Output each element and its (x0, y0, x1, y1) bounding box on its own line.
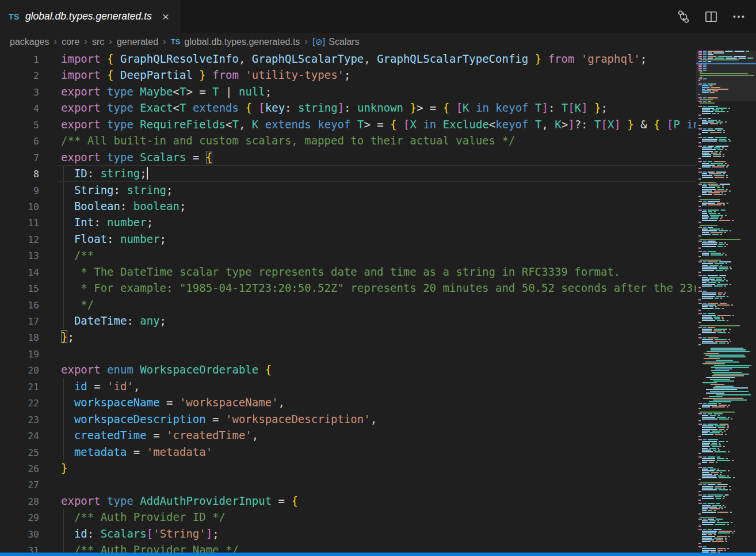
code-line[interactable]: 5export type RequireFields<T, K extends … (0, 116, 696, 132)
line-number: 16 (0, 298, 39, 314)
line-number: 1 (0, 52, 39, 68)
code-line[interactable]: 17 DateTime: any; (0, 313, 696, 329)
line-number: 11 (0, 215, 39, 231)
line-number: 27 (0, 477, 39, 493)
editor-actions (675, 0, 756, 33)
code-area[interactable]: 1import { GraphQLResolveInfo, GraphQLSca… (0, 51, 696, 553)
line-number: 24 (0, 428, 39, 444)
code-line[interactable]: 18}; (0, 329, 696, 345)
line-number: 26 (0, 461, 39, 477)
breadcrumb-separator: › (84, 36, 87, 47)
code-line[interactable]: 4export type Exact<T extends { [key: str… (0, 100, 696, 116)
breadcrumb-item[interactable]: core (62, 37, 79, 47)
vscode-window: TS global.db.types.generated.ts × (0, 0, 756, 556)
editor-tab[interactable]: TS global.db.types.generated.ts × (0, 0, 181, 33)
line-number: 9 (0, 183, 39, 199)
code-line[interactable]: 27 (0, 476, 696, 492)
symbol-type-icon: [⊘] (312, 37, 324, 47)
breadcrumb: packages›core›src›generated›TSglobal.db.… (0, 33, 756, 51)
code-line[interactable]: 25 metadata = 'metadata' (0, 444, 696, 460)
code-line[interactable]: 28export type AddAuthProviderInput = { (0, 493, 696, 509)
code-line[interactable]: 12 Float: number; (0, 231, 696, 247)
line-number: 2 (0, 68, 39, 84)
split-editor-icon[interactable] (703, 9, 719, 25)
line-number: 10 (0, 199, 39, 215)
code-line[interactable]: 21 id = 'id', (0, 378, 696, 394)
code-line[interactable]: 13 /** (0, 247, 696, 263)
line-number: 25 (0, 445, 39, 461)
breadcrumb-item[interactable]: packages (10, 37, 49, 47)
line-number: 31 (0, 543, 39, 553)
line-number: 6 (0, 134, 39, 150)
code-line[interactable]: 30 id: Scalars['String']; (0, 525, 696, 542)
breadcrumb-separator: › (163, 36, 166, 47)
code-line[interactable]: 23 workspaceDescription = 'workspaceDesc… (0, 411, 696, 427)
breadcrumb-item[interactable]: src (92, 37, 104, 47)
line-number: 23 (0, 412, 39, 428)
line-number: 7 (0, 150, 39, 166)
typescript-file-icon: TS (171, 37, 181, 46)
tab-title: global.db.types.generated.ts (25, 10, 152, 22)
code-line[interactable]: 15 * For example: "1985-04-12T23:20:50.5… (0, 280, 696, 296)
line-number: 15 (0, 281, 39, 297)
more-actions-icon[interactable] (731, 9, 747, 25)
code-line[interactable]: 14 * The DateTime scalar type represents… (0, 264, 696, 280)
line-number: 29 (0, 510, 39, 526)
code-line[interactable]: 31 /** Auth Provider Name */ (0, 542, 696, 553)
line-number: 21 (0, 379, 39, 395)
code-line[interactable]: 29 /** Auth Provider ID */ (0, 509, 696, 525)
code-line[interactable]: 22 workspaceName = 'workspaceName', (0, 394, 696, 410)
text-cursor (147, 167, 148, 180)
code-line[interactable]: 1import { GraphQLResolveInfo, GraphQLSca… (0, 51, 696, 67)
line-number: 18 (0, 330, 39, 346)
breadcrumb-separator: › (54, 36, 58, 47)
line-number: 20 (0, 363, 39, 379)
code-line[interactable]: 19 (0, 345, 696, 361)
line-number: 19 (0, 346, 39, 363)
minimap-canvas[interactable] (696, 51, 756, 553)
line-number: 3 (0, 85, 39, 101)
editor[interactable]: 1import { GraphQLResolveInfo, GraphQLSca… (0, 51, 756, 553)
line-number: 13 (0, 248, 39, 264)
code-line[interactable]: 3export type Maybe<T> = T | null; (0, 83, 696, 100)
breadcrumb-separator: › (304, 36, 308, 47)
code-line[interactable]: 26} (0, 460, 696, 476)
code-line[interactable]: 10 Boolean: boolean; (0, 198, 696, 214)
line-number: 12 (0, 232, 39, 248)
line-number: 17 (0, 314, 39, 330)
code-line[interactable]: 24 createdTime = 'createdTime', (0, 427, 696, 443)
code-line[interactable]: 2import { DeepPartial } from 'utility-ty… (0, 67, 696, 83)
typescript-file-icon: TS (9, 12, 20, 21)
status-bar (0, 553, 756, 556)
tab-bar: TS global.db.types.generated.ts × (0, 0, 756, 33)
line-number: 4 (0, 101, 39, 117)
breadcrumb-file[interactable]: global.db.types.generated.ts (184, 37, 300, 47)
code-line[interactable]: 9 String: string; (0, 182, 696, 198)
breadcrumb-item[interactable]: generated (117, 37, 158, 47)
minimap[interactable] (696, 51, 756, 553)
code-line[interactable]: 8 ID: string; (0, 165, 696, 181)
line-number: 8 (0, 166, 39, 182)
code-line[interactable]: 6/** All built-in and custom scalars, ma… (0, 132, 696, 148)
line-number: 22 (0, 395, 39, 412)
line-number: 14 (0, 265, 39, 281)
breadcrumb-separator: › (109, 36, 112, 47)
line-number: 28 (0, 494, 39, 510)
line-number: 5 (0, 117, 39, 134)
code-line[interactable]: 16 */ (0, 296, 696, 313)
code-line[interactable]: 11 Int: number; (0, 214, 696, 230)
code-line[interactable]: 20export enum WorkspaceOrderable { (0, 361, 696, 378)
line-number: 30 (0, 527, 39, 543)
breadcrumb-symbol[interactable]: Scalars (329, 37, 359, 47)
open-changes-icon[interactable] (675, 9, 692, 25)
code-line[interactable]: 7export type Scalars = { (0, 149, 696, 165)
close-icon[interactable]: × (160, 9, 171, 24)
